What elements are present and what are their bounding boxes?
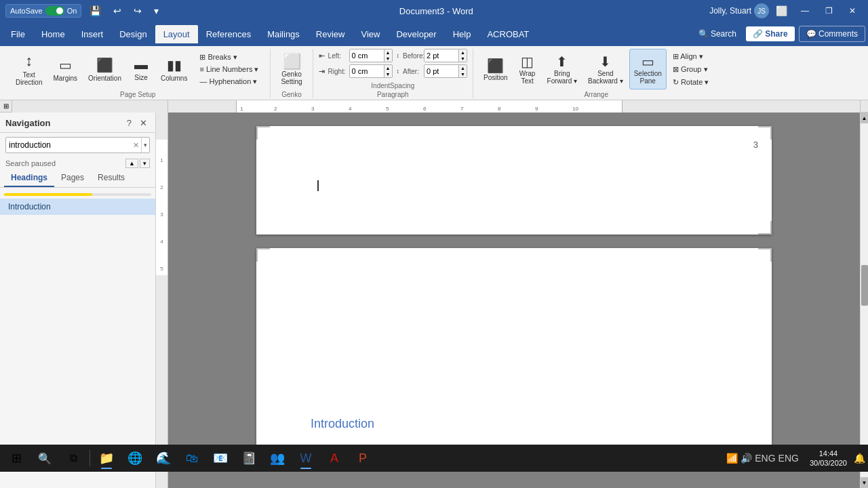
word-button[interactable]: W bbox=[292, 446, 319, 470]
indent-left-field[interactable]: ▲ ▼ bbox=[349, 49, 393, 62]
hyphenation-button[interactable]: — Hyphenation ▾ bbox=[196, 76, 262, 87]
edge-button[interactable]: 🌊 bbox=[150, 446, 177, 470]
autosave-label: AutoSave bbox=[10, 7, 43, 15]
minimize-button[interactable]: — bbox=[794, 0, 816, 22]
bring-forward-button[interactable]: ⬆ BringForward ▾ bbox=[542, 49, 582, 89]
redo-button[interactable]: ↪ bbox=[130, 4, 146, 18]
acrobat-button[interactable]: A bbox=[321, 446, 348, 470]
nav-next-result-button[interactable]: ▾ bbox=[140, 159, 150, 168]
nav-tab-headings[interactable]: Headings bbox=[4, 169, 54, 187]
tab-references[interactable]: References bbox=[198, 25, 259, 43]
customize-qat-button[interactable]: ▾ bbox=[150, 4, 163, 18]
indent-right-input[interactable] bbox=[350, 65, 384, 77]
nav-search-input[interactable] bbox=[6, 140, 131, 150]
scrollbar-thumb[interactable] bbox=[861, 265, 868, 306]
document-page-intro[interactable]: Introduction bbox=[256, 248, 772, 451]
indent-right-down[interactable]: ▼ bbox=[384, 71, 392, 77]
tab-mailings[interactable]: Mailings bbox=[259, 25, 308, 43]
nav-search-clear-button[interactable]: ✕ bbox=[131, 141, 141, 150]
vertical-scrollbar[interactable]: ▲ ▼ bbox=[860, 113, 868, 488]
save-button[interactable]: 💾 bbox=[85, 4, 105, 18]
group-button[interactable]: ⊠ Group ▾ bbox=[669, 64, 713, 75]
line-numbers-button[interactable]: ≡ Line Numbers ▾ bbox=[196, 64, 262, 75]
orientation-button[interactable]: ⬛ Orientation bbox=[83, 49, 126, 89]
margins-button[interactable]: ▭ Margins bbox=[48, 49, 82, 89]
breaks-button[interactable]: ⊞ Breaks ▾ bbox=[196, 52, 262, 63]
selection-pane-button[interactable]: ▭ SelectionPane bbox=[629, 49, 667, 89]
nav-tab-results[interactable]: Results bbox=[91, 169, 132, 187]
spacing-before-field[interactable]: ▲ ▼ bbox=[424, 49, 467, 62]
document-page-3[interactable]: 3 bbox=[256, 126, 772, 235]
tray-volume-icon[interactable]: 🔊 bbox=[741, 453, 752, 464]
spacing-before-down[interactable]: ▼ bbox=[459, 56, 467, 62]
outlook-button[interactable]: 📧 bbox=[207, 446, 234, 470]
spacing-before-input[interactable] bbox=[425, 49, 458, 62]
indent-left-up[interactable]: ▲ bbox=[384, 49, 392, 56]
send-backward-button[interactable]: ⬇ SendBackward ▾ bbox=[583, 49, 628, 89]
scrollbar-track[interactable] bbox=[861, 123, 868, 477]
nav-search-dropdown-button[interactable]: ▾ bbox=[141, 138, 149, 152]
tab-file[interactable]: File bbox=[3, 25, 33, 43]
indent-left-down[interactable]: ▼ bbox=[384, 56, 392, 62]
tab-review[interactable]: Review bbox=[308, 25, 353, 43]
rotate-button[interactable]: ↻ Rotate ▾ bbox=[669, 77, 713, 88]
tab-home[interactable]: Home bbox=[33, 25, 73, 43]
onenote-button[interactable]: 📓 bbox=[235, 446, 262, 470]
tab-developer[interactable]: Developer bbox=[388, 25, 444, 43]
nav-heading-introduction[interactable]: Introduction bbox=[0, 199, 155, 215]
nav-search-box[interactable]: ✕ ▾ bbox=[5, 137, 150, 153]
tray-lang[interactable]: ENG bbox=[778, 453, 799, 464]
tray-network-icon[interactable]: 📶 bbox=[726, 453, 738, 464]
nav-help-button[interactable]: ? bbox=[124, 117, 134, 129]
tab-view[interactable]: View bbox=[353, 25, 388, 43]
ruler-corner[interactable]: ⊞ bbox=[0, 100, 12, 113]
autosave-button[interactable]: AutoSave On bbox=[5, 4, 81, 18]
ribbon-tabs: File Home Insert Design Layout Reference… bbox=[0, 22, 868, 46]
indent-left-input[interactable] bbox=[350, 49, 384, 62]
paragraph-items: ⇤ Left: ▲ ▼ ⇥ Right: bbox=[319, 49, 467, 81]
start-button[interactable]: ⊞ bbox=[3, 446, 30, 470]
wrap-text-button[interactable]: ◫ WrapText bbox=[514, 49, 541, 89]
ribbon-display-button[interactable]: ⬜ bbox=[772, 4, 791, 18]
maximize-button[interactable]: ❐ bbox=[818, 0, 840, 22]
align-button[interactable]: ⊞ Align ▾ bbox=[669, 51, 713, 62]
search-taskbar-button[interactable]: 🔍 bbox=[31, 446, 58, 470]
undo-button[interactable]: ↩ bbox=[109, 4, 125, 18]
tab-layout[interactable]: Layout bbox=[155, 25, 198, 43]
nav-tab-pages[interactable]: Pages bbox=[54, 169, 91, 187]
spacing-after-field[interactable]: ▲ ▼ bbox=[424, 64, 467, 78]
ie-button[interactable]: 🌐 bbox=[121, 446, 149, 470]
nav-prev-result-button[interactable]: ▲ bbox=[125, 159, 138, 168]
spacing-after-input[interactable] bbox=[425, 65, 458, 77]
search-button[interactable]: 🔍 Search bbox=[693, 26, 742, 41]
scrollbar-up-button[interactable]: ▲ bbox=[861, 113, 869, 123]
indent-right-up[interactable]: ▲ bbox=[384, 65, 392, 71]
tab-acrobat[interactable]: ACROBAT bbox=[479, 25, 537, 43]
autosave-toggle[interactable] bbox=[45, 6, 64, 16]
task-view-button[interactable]: ⧉ bbox=[60, 446, 87, 470]
spacing-before-up[interactable]: ▲ bbox=[459, 49, 467, 56]
position-button[interactable]: ⬛ Position bbox=[479, 49, 513, 89]
store-button[interactable]: 🛍 bbox=[178, 446, 205, 470]
size-button[interactable]: ▬ Size bbox=[127, 49, 155, 89]
system-clock[interactable]: 14:44 30/03/2020 bbox=[806, 449, 851, 468]
text-direction-button[interactable]: ↕ TextDirection bbox=[11, 49, 47, 89]
doc-area[interactable]: 3 Introduction bbox=[168, 113, 860, 488]
tab-design[interactable]: Design bbox=[111, 25, 155, 43]
powerpoint-button[interactable]: P bbox=[349, 446, 376, 470]
tab-insert[interactable]: Insert bbox=[73, 25, 112, 43]
spacing-after-up[interactable]: ▲ bbox=[459, 65, 467, 71]
tab-help[interactable]: Help bbox=[445, 25, 479, 43]
comments-button[interactable]: 💬 Comments bbox=[799, 26, 865, 42]
teams-button[interactable]: 👥 bbox=[264, 446, 291, 470]
close-button[interactable]: ✕ bbox=[842, 0, 863, 22]
columns-button[interactable]: ▮▮ Columns bbox=[156, 49, 192, 89]
nav-close-button[interactable]: ✕ bbox=[137, 117, 150, 129]
share-button[interactable]: 🔗 Share bbox=[746, 26, 795, 41]
spacing-after-down[interactable]: ▼ bbox=[459, 71, 467, 77]
notification-icon[interactable]: 🔔 bbox=[854, 453, 865, 464]
genko-setting-button[interactable]: ⬜ GenkoSetting bbox=[276, 49, 307, 89]
scrollbar-down-button[interactable]: ▼ bbox=[861, 477, 869, 488]
file-explorer-button[interactable]: 📁 bbox=[93, 446, 120, 470]
indent-right-field[interactable]: ▲ ▼ bbox=[349, 64, 393, 78]
